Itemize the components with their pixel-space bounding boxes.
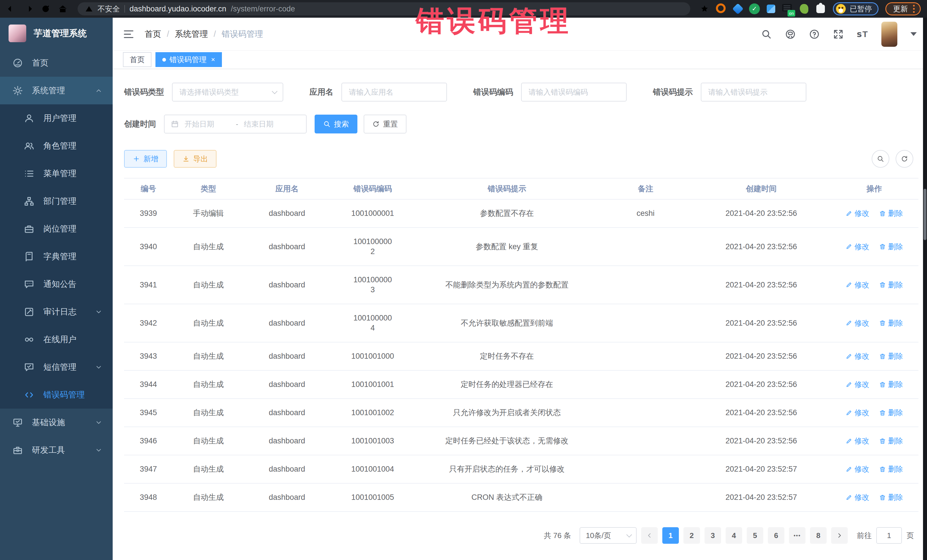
edit-link[interactable]: 修改 [845, 379, 869, 390]
github-icon[interactable] [785, 29, 796, 39]
date-range-picker[interactable]: - [164, 115, 307, 134]
prev-page-button[interactable] [641, 527, 658, 544]
goto-page-input[interactable] [876, 527, 902, 544]
extension-icon[interactable]: ✓ [749, 3, 760, 14]
delete-link[interactable]: 删除 [879, 492, 903, 502]
delete-link[interactable]: 删除 [879, 379, 903, 390]
sidebar-item-menus[interactable]: 菜单管理 [0, 160, 112, 187]
sidebar-item-sms[interactable]: 短信管理 [0, 353, 112, 381]
extension-icon[interactable] [732, 3, 743, 14]
sidebar-item-error-code[interactable]: 错误码管理 [0, 381, 112, 408]
browser-reload-icon[interactable] [41, 4, 51, 14]
annotation-overlay-text: 错误码管理 [416, 2, 571, 40]
error-msg-input[interactable] [701, 83, 806, 102]
extension-icon[interactable]: on [782, 3, 793, 14]
avatar-dropdown-caret-icon[interactable] [910, 32, 917, 36]
sidebar-item-home[interactable]: 首页 [0, 49, 112, 77]
profile-paused-chip[interactable]: 已暂停 [833, 2, 878, 15]
delete-link[interactable]: 删除 [879, 242, 903, 252]
show-search-toggle-button[interactable] [872, 150, 889, 168]
page-button-2[interactable]: 2 [684, 527, 700, 544]
more-pages-icon[interactable]: ••• [789, 527, 805, 544]
page-button-3[interactable]: 3 [705, 527, 721, 544]
edit-link[interactable]: 修改 [845, 492, 869, 502]
edit-link[interactable]: 修改 [845, 280, 869, 290]
browser-home-icon[interactable] [58, 4, 68, 14]
app-logo: 芋道管理系统 [0, 18, 112, 49]
window-scrollbar[interactable] [923, 18, 927, 560]
next-page-button[interactable] [831, 527, 848, 544]
sidebar-item-notice[interactable]: 通知公告 [0, 270, 112, 298]
breadcrumb-system[interactable]: 系统管理 [175, 29, 208, 40]
extension-icon[interactable] [716, 3, 727, 14]
url-host[interactable]: dashboard.yudao.iocoder.cn [129, 5, 226, 14]
edit-link[interactable]: 修改 [845, 408, 869, 418]
sidebar-item-users[interactable]: 用户管理 [0, 104, 112, 132]
url-path[interactable]: /system/error-code [231, 5, 295, 14]
add-button[interactable]: 新增 [124, 150, 167, 168]
edit-link[interactable]: 修改 [845, 436, 869, 446]
tab-error-code[interactable]: 错误码管理 × [155, 52, 222, 67]
error-type-select[interactable]: 请选择错误码类型 [172, 83, 283, 102]
start-date-input[interactable] [185, 120, 230, 129]
sidebar-item-dict[interactable]: 字典管理 [0, 243, 112, 270]
browser-menu-icon[interactable] [913, 5, 915, 13]
page-button-5[interactable]: 5 [747, 527, 763, 544]
sidebar-item-posts[interactable]: 岗位管理 [0, 215, 112, 243]
browser-back-icon[interactable] [6, 4, 17, 14]
sidebar-item-roles[interactable]: 角色管理 [0, 132, 112, 160]
delete-link[interactable]: 删除 [879, 351, 903, 361]
page-button-6[interactable]: 6 [768, 527, 784, 544]
cell-type: 自动生成 [173, 304, 244, 342]
font-size-icon[interactable]: ꜱT [857, 29, 868, 39]
page-button-4[interactable]: 4 [726, 527, 742, 544]
delete-link[interactable]: 删除 [879, 436, 903, 446]
help-icon[interactable] [809, 29, 820, 39]
delete-link[interactable]: 删除 [879, 318, 903, 328]
browser-forward-icon[interactable] [23, 4, 33, 14]
extension-icon[interactable] [815, 3, 826, 14]
page-button-1[interactable]: 1 [662, 527, 679, 544]
end-date-input[interactable] [244, 120, 290, 129]
edit-link[interactable]: 修改 [845, 351, 869, 361]
delete-link[interactable]: 删除 [879, 408, 903, 418]
sidebar-item-departments[interactable]: 部门管理 [0, 187, 112, 215]
extension-icon[interactable] [766, 3, 777, 14]
cell-type: 自动生成 [173, 342, 244, 370]
close-tab-icon[interactable]: × [211, 56, 215, 64]
sidebar-item-online-users[interactable]: 在线用户 [0, 326, 112, 353]
cell-created: 2021-04-20 23:52:57 [693, 483, 830, 511]
reset-button[interactable]: 重置 [364, 115, 406, 134]
bookmark-star-icon[interactable] [700, 4, 709, 14]
sidebar-item-dev-tools[interactable]: 研发工具 [0, 436, 112, 464]
edit-link[interactable]: 修改 [845, 464, 869, 474]
page-size-select[interactable]: 10条/页 [580, 527, 637, 544]
header-search-icon[interactable] [761, 29, 772, 39]
scrollbar-thumb[interactable] [924, 189, 926, 240]
search-icon [323, 120, 331, 128]
error-code-input[interactable] [521, 83, 627, 102]
refresh-table-button[interactable] [896, 150, 913, 168]
hamburger-icon[interactable] [123, 29, 134, 40]
delete-link[interactable]: 删除 [879, 208, 903, 219]
edit-link[interactable]: 修改 [845, 208, 869, 219]
delete-link[interactable]: 删除 [879, 280, 903, 290]
edit-link[interactable]: 修改 [845, 318, 869, 328]
user-avatar[interactable] [881, 22, 897, 47]
sidebar-item-system[interactable]: 系统管理 [0, 77, 112, 104]
delete-link[interactable]: 删除 [879, 464, 903, 474]
security-label[interactable]: 不安全 [97, 4, 120, 14]
page-button-8[interactable]: 8 [810, 527, 827, 544]
app-name-input[interactable] [342, 83, 447, 102]
address-bar[interactable]: 不安全 dashboard.yudao.iocoder.cn/system/er… [78, 2, 690, 15]
search-button[interactable]: 搜索 [315, 115, 357, 134]
export-button[interactable]: 导出 [174, 150, 216, 168]
sidebar-item-audit-log[interactable]: 审计日志 [0, 298, 112, 326]
fullscreen-icon[interactable] [833, 29, 844, 39]
extension-icon[interactable] [799, 3, 810, 14]
tab-home[interactable]: 首页 [123, 52, 152, 67]
edit-link[interactable]: 修改 [845, 242, 869, 252]
sidebar-item-infrastructure[interactable]: 基础设施 [0, 408, 112, 436]
browser-update-button[interactable]: 更新 [885, 2, 921, 15]
breadcrumb-home[interactable]: 首页 [144, 29, 161, 40]
